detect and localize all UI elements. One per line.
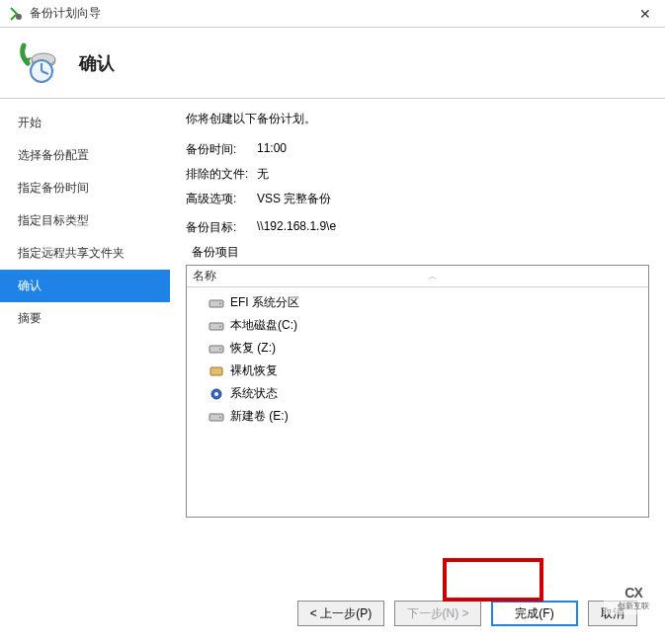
page-heading: 确认	[79, 51, 115, 75]
list-header[interactable]: 名称 ︿	[187, 266, 648, 287]
row-backup-target: 备份目标: \\192.168.1.9\e	[186, 219, 649, 236]
sidebar-item-confirm[interactable]: 确认	[0, 270, 170, 302]
value-excluded-files: 无	[257, 166, 269, 183]
value-backup-time: 11:00	[257, 141, 287, 158]
svg-point-8	[219, 302, 221, 304]
sidebar-item-remote-share[interactable]: 指定远程共享文件夹	[0, 237, 170, 270]
svg-point-12	[219, 348, 221, 350]
watermark-text: 创新互联	[618, 601, 649, 611]
close-button[interactable]: ✕	[633, 6, 657, 22]
column-name: 名称	[193, 268, 216, 284]
svg-point-17	[219, 416, 221, 418]
drive-icon	[208, 296, 224, 310]
row-excluded-files: 排除的文件: 无	[186, 166, 649, 183]
sidebar-item-summary[interactable]: 摘要	[0, 302, 170, 335]
label-backup-target: 备份目标:	[186, 219, 257, 236]
sidebar-item-start[interactable]: 开始	[0, 107, 170, 139]
drive-icon	[208, 319, 224, 333]
sidebar-item-target-type[interactable]: 指定目标类型	[0, 204, 170, 237]
finish-button[interactable]: 完成(F)	[491, 601, 578, 626]
gear-icon	[208, 387, 224, 401]
wizard-steps-sidebar: 开始 选择备份配置 指定备份时间 指定目标类型 指定远程共享文件夹 确认 摘要	[0, 99, 170, 583]
intro-text: 你将创建以下备份计划。	[186, 111, 649, 127]
list-item-label: EFI 系统分区	[230, 294, 299, 311]
watermark: CX 创新互联	[604, 581, 663, 614]
value-advanced-options: VSS 完整备份	[257, 191, 331, 207]
watermark-logo: CX	[624, 585, 641, 601]
svg-point-0	[16, 14, 22, 20]
svg-rect-13	[210, 367, 222, 375]
label-advanced-options: 高级选项:	[186, 191, 257, 207]
wizard-header: 确认	[0, 28, 665, 99]
backup-items-list: 名称 ︿ EFI 系统分区 本地磁盘(C:) 恢复 (Z:)	[186, 265, 649, 518]
app-icon	[8, 6, 24, 22]
list-item-label: 裸机恢复	[230, 362, 278, 379]
list-item[interactable]: 系统状态	[187, 382, 648, 405]
titlebar: 备份计划向导 ✕	[0, 0, 665, 28]
list-item[interactable]: 恢复 (Z:)	[187, 337, 648, 360]
svg-point-15	[214, 392, 218, 396]
window-title: 备份计划向导	[30, 5, 633, 22]
drive-icon	[208, 342, 224, 356]
wizard-icon	[18, 41, 61, 85]
main-content: 你将创建以下备份计划。 备份时间: 11:00 排除的文件: 无 高级选项: V…	[170, 99, 665, 583]
sort-indicator-icon: ︿	[216, 270, 648, 283]
list-item-label: 系统状态	[230, 385, 278, 402]
drive-icon	[208, 410, 224, 424]
next-button: 下一步(N) >	[394, 601, 481, 626]
value-backup-target: \\192.168.1.9\e	[257, 219, 336, 236]
svg-point-10	[219, 325, 221, 327]
list-item-label: 本地磁盘(C:)	[230, 317, 297, 334]
backup-items-label: 备份项目	[192, 244, 649, 261]
list-item[interactable]: 裸机恢复	[187, 360, 648, 382]
list-item[interactable]: 本地磁盘(C:)	[187, 314, 648, 337]
bare-metal-icon	[208, 364, 224, 378]
list-item-label: 新建卷 (E:)	[230, 408, 289, 425]
label-excluded-files: 排除的文件:	[186, 166, 257, 183]
wizard-footer: < 上一步(P) 下一步(N) > 完成(F) 取消	[0, 583, 665, 644]
list-item-label: 恢复 (Z:)	[230, 340, 276, 357]
label-backup-time: 备份时间:	[186, 141, 257, 158]
row-backup-time: 备份时间: 11:00	[186, 141, 649, 158]
list-item[interactable]: 新建卷 (E:)	[187, 405, 648, 428]
prev-button[interactable]: < 上一步(P)	[297, 601, 384, 626]
row-advanced-options: 高级选项: VSS 完整备份	[186, 191, 649, 207]
sidebar-item-specify-time[interactable]: 指定备份时间	[0, 172, 170, 204]
list-item[interactable]: EFI 系统分区	[187, 291, 648, 314]
sidebar-item-select-config[interactable]: 选择备份配置	[0, 139, 170, 172]
